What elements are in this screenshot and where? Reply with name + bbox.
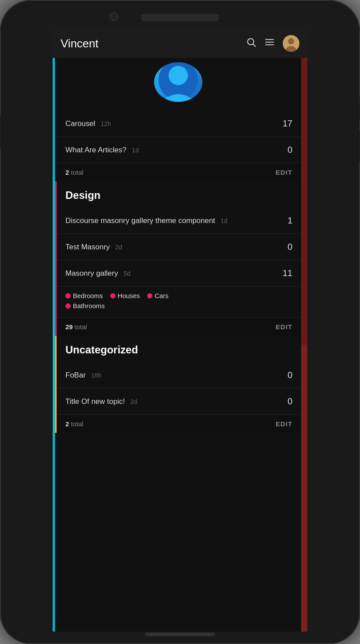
topic-count: 0 (279, 242, 292, 252)
topic-new-topic[interactable]: Title Of new topic! 2d 0 (57, 389, 301, 415)
topic-title: What Are Articles? (65, 146, 126, 154)
phone-speaker (140, 14, 220, 21)
screen-wrapper: Carousel 12h 17 What Are Articles? 1d 0 (53, 58, 307, 632)
tag-bathrooms[interactable]: Bathrooms (65, 302, 105, 309)
tag-cars[interactable]: Cars (147, 292, 169, 299)
topic-title: Discourse masonry gallery theme componen… (65, 216, 215, 225)
total-count: 2 total (65, 169, 83, 176)
section-footer-design: 29 total EDIT (57, 318, 301, 336)
topic-info: Carousel 12h (65, 119, 279, 128)
category-header-design: Design (57, 181, 301, 208)
tags-row: Bedrooms Houses Cars B (57, 287, 301, 318)
phone-bottom-bar (145, 633, 215, 636)
topic-title: Test Masonry (65, 243, 110, 251)
topic-masonry-gallery-theme[interactable]: Discourse masonry gallery theme componen… (57, 208, 301, 234)
svg-point-9 (169, 66, 188, 85)
topic-fobar[interactable]: FoBar 18h 0 (57, 362, 301, 389)
topic-title: Title Of new topic! (65, 397, 125, 406)
topic-masonry-gallery[interactable]: Masonry gallery 5d 11 (57, 260, 301, 287)
right-accent-bottom (301, 345, 307, 632)
total-count: 29 total (65, 323, 87, 331)
topic-carousel[interactable]: Carousel 12h 17 (57, 111, 301, 137)
tag-dot-bedrooms (65, 293, 71, 299)
topic-time: 18h (91, 372, 101, 379)
section-footer-no-category: 2 total EDIT (57, 163, 301, 181)
topic-count: 11 (279, 268, 292, 278)
edit-button[interactable]: EDIT (276, 323, 292, 331)
topic-info: Masonry gallery 5d (65, 269, 279, 278)
category-header-uncategorized: Uncategorized (57, 336, 301, 362)
profile-avatar (154, 62, 202, 102)
top-bar: Vincent (53, 29, 307, 58)
topic-articles[interactable]: What Are Articles? 1d 0 (57, 137, 301, 163)
tag-label: Bathrooms (73, 302, 105, 309)
total-count: 2 total (65, 420, 83, 428)
topic-count: 17 (279, 119, 292, 129)
topic-info: FoBar 18h (65, 371, 279, 380)
phone-shell: Vincent (0, 0, 360, 644)
topic-count: 0 (279, 370, 292, 380)
content-area: Carousel 12h 17 What Are Articles? 1d 0 (55, 58, 301, 632)
tag-label: Bedrooms (73, 292, 103, 299)
tag-houses[interactable]: Houses (110, 292, 140, 299)
tag-label: Houses (118, 292, 140, 299)
phone-camera (110, 12, 119, 21)
edit-button[interactable]: EDIT (276, 420, 292, 428)
topic-test-masonry[interactable]: Test Masonry 2d 0 (57, 234, 301, 260)
avatar[interactable] (283, 35, 299, 52)
tag-bedrooms[interactable]: Bedrooms (65, 292, 103, 299)
topic-count: 1 (279, 216, 292, 226)
topic-info: Test Masonry 2d (65, 243, 279, 252)
topic-info: Discourse masonry gallery theme componen… (65, 216, 279, 225)
topic-time: 2d (115, 244, 122, 251)
topic-info: Title Of new topic! 2d (65, 397, 279, 406)
topic-title: Masonry gallery (65, 269, 118, 277)
topic-time: 1d (221, 217, 228, 224)
section-no-category: Carousel 12h 17 What Are Articles? 1d 0 (55, 111, 301, 181)
svg-point-6 (288, 38, 294, 44)
right-accent-top (301, 58, 307, 345)
tag-label: Cars (155, 292, 169, 299)
app-title: Vincent (61, 37, 246, 50)
topic-count: 0 (279, 145, 292, 155)
category-name: Uncategorized (65, 344, 138, 356)
phone-screen: Vincent (53, 29, 307, 632)
topic-info: What Are Articles? 1d (65, 146, 279, 155)
edit-button[interactable]: EDIT (276, 169, 292, 176)
tag-dot-bathrooms (65, 303, 71, 309)
topic-count: 0 (279, 396, 292, 407)
topic-time: 5d (123, 270, 130, 277)
topic-time: 12h (101, 120, 111, 127)
tag-dot-cars (147, 293, 152, 299)
section-design: Design Discourse masonry gallery theme c… (55, 181, 301, 336)
power-button[interactable] (0, 114, 1, 149)
topic-title: FoBar (65, 371, 86, 379)
profile-area (55, 58, 301, 111)
search-icon[interactable] (246, 37, 256, 50)
svg-line-1 (253, 44, 256, 47)
tag-dot-houses (110, 293, 115, 299)
section-uncategorized: Uncategorized FoBar 18h 0 Title Of new t… (55, 336, 301, 433)
section-footer-uncategorized: 2 total EDIT (57, 415, 301, 433)
category-name: Design (65, 189, 101, 201)
right-accent (301, 58, 307, 632)
topic-time: 2d (130, 398, 137, 405)
top-bar-icons (246, 35, 299, 52)
topic-time: 1d (132, 147, 139, 154)
menu-icon[interactable] (264, 37, 275, 50)
topic-title: Carousel (65, 119, 95, 128)
